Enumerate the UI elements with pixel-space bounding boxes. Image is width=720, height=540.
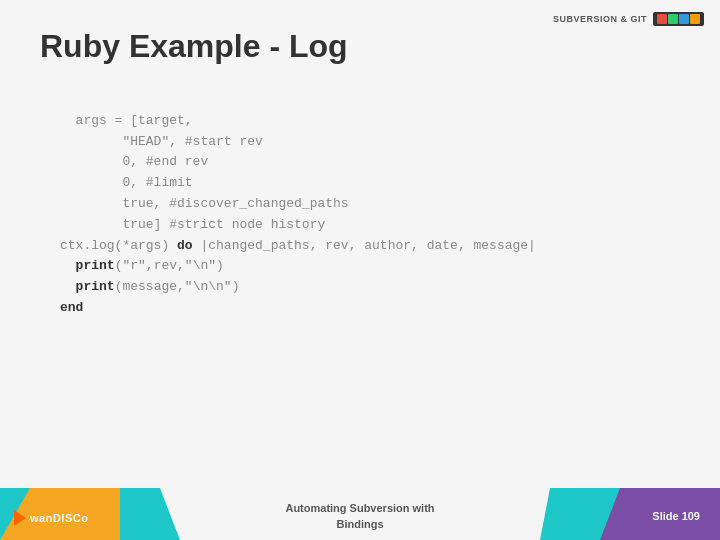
wandisco-arrow-icon: [14, 510, 26, 526]
code-line-8: print("r",rev,"\n"): [60, 258, 224, 273]
code-line-1: args = [target,: [76, 113, 193, 128]
logo-area: SUBVERSION & GIT: [553, 12, 704, 26]
code-line-4: 0, #limit: [60, 175, 193, 190]
slide-title: Ruby Example - Log: [40, 28, 348, 65]
code-line-7: ctx.log(*args) do |changed_paths, rev, a…: [60, 238, 536, 253]
slide-number: Slide 109: [652, 510, 700, 522]
footer-center-text: Automating Subversion with Bindings: [285, 501, 434, 532]
footer-line2: Bindings: [285, 517, 434, 532]
code-line-5: true, #discover_changed_paths: [60, 196, 349, 211]
live-sq-red: [657, 14, 667, 24]
code-line-9: print(message,"\n\n"): [60, 279, 239, 294]
code-line-6: true] #strict node history: [60, 217, 325, 232]
code-line-2: "HEAD", #start rev: [60, 134, 263, 149]
code-line-9-post: (message,"\n\n"): [115, 279, 240, 294]
code-line-7-pre: ctx.log(*args): [60, 238, 177, 253]
footer-line1: Automating Subversion with: [285, 501, 434, 516]
bottom-bar: wanDISCo Automating Subversion with Bind…: [0, 488, 720, 540]
code-line-8-kw: print: [76, 258, 115, 273]
live-badge: [653, 12, 704, 26]
wandisco-label: wanDISCo: [30, 512, 88, 524]
live-sq-orange: [690, 14, 700, 24]
code-line-7-kw: do: [177, 238, 193, 253]
subversion-git-label: SUBVERSION & GIT: [553, 14, 647, 24]
wandisco-logo: wanDISCo: [14, 510, 88, 526]
code-line-8-post: ("r",rev,"\n"): [115, 258, 224, 273]
code-line-10: end: [60, 300, 83, 315]
code-block: args = [target, "HEAD", #start rev 0, #e…: [60, 90, 536, 319]
code-line-3: 0, #end rev: [60, 154, 208, 169]
live-sq-blue: [679, 14, 689, 24]
code-line-7-post: |changed_paths, rev, author, date, messa…: [193, 238, 536, 253]
code-line-9-kw: print: [76, 279, 115, 294]
live-sq-green: [668, 14, 678, 24]
